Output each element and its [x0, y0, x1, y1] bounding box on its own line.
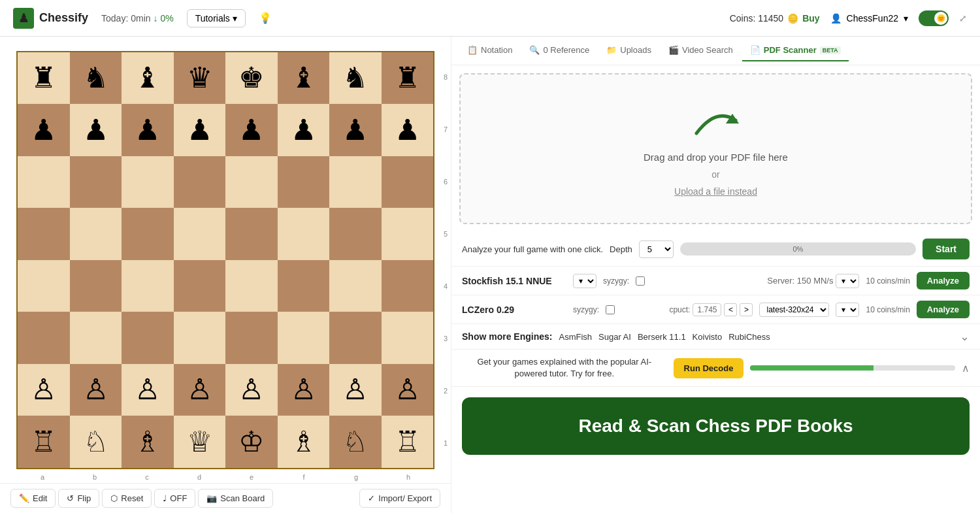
cell-6-2[interactable]: ♙ [122, 364, 174, 416]
cell-7-7[interactable]: ♖ [382, 416, 434, 468]
theme-toggle[interactable]: 🌞 [919, 10, 949, 26]
server-select[interactable]: ▾ [836, 274, 859, 288]
cell-3-1[interactable] [70, 208, 122, 260]
tutorials-button[interactable]: Tutorials ▾ [187, 9, 246, 27]
cell-3-2[interactable] [122, 208, 174, 260]
cell-5-3[interactable] [174, 312, 226, 364]
cell-3-0[interactable] [18, 208, 70, 260]
cell-5-2[interactable] [122, 312, 174, 364]
cell-1-5[interactable]: ♟ [278, 104, 330, 156]
cell-5-0[interactable] [18, 312, 70, 364]
cell-3-7[interactable] [382, 208, 434, 260]
cell-5-7[interactable] [382, 312, 434, 364]
cell-5-5[interactable] [278, 312, 330, 364]
cell-2-7[interactable] [382, 156, 434, 208]
cell-2-2[interactable] [122, 156, 174, 208]
cell-5-4[interactable] [225, 312, 278, 364]
cell-1-0[interactable]: ♟ [18, 104, 70, 156]
sound-button[interactable]: ♩ OFF [154, 489, 195, 508]
cell-4-4[interactable] [225, 260, 278, 312]
engine-sugar-ai[interactable]: Sugar AI [598, 332, 631, 342]
cell-7-4[interactable]: ♔ [225, 416, 278, 468]
cell-5-6[interactable] [329, 312, 382, 364]
tab-video-search[interactable]: 🎬 Video Search [661, 40, 741, 61]
engine-berserk[interactable]: Berserk 11.1 [638, 332, 686, 342]
cell-1-3[interactable]: ♟ [174, 104, 226, 156]
depth-select[interactable]: 5 10 15 20 [639, 240, 674, 258]
reset-button[interactable]: ⬡ Reset [102, 489, 152, 508]
engine-asmfish[interactable]: AsmFish [559, 332, 592, 342]
cell-5-1[interactable] [70, 312, 122, 364]
cell-2-0[interactable] [18, 156, 70, 208]
scan-board-button[interactable]: 📷 Scan Board [198, 489, 273, 508]
cell-3-3[interactable] [174, 208, 226, 260]
cell-3-6[interactable] [329, 208, 382, 260]
stockfish-syzygy-checkbox[interactable] [636, 276, 645, 286]
cell-2-4[interactable] [225, 156, 278, 208]
drop-zone[interactable]: Drag and drop your PDF file here or Uplo… [459, 73, 972, 224]
cell-3-5[interactable] [278, 208, 330, 260]
cell-4-0[interactable] [18, 260, 70, 312]
cell-2-1[interactable] [70, 156, 122, 208]
cell-6-6[interactable]: ♙ [329, 364, 382, 416]
cell-2-6[interactable] [329, 156, 382, 208]
cpuct-decrement-button[interactable]: < [724, 303, 737, 316]
cell-0-2[interactable]: ♝ [122, 52, 174, 105]
expand-icon[interactable]: ⤢ [959, 13, 967, 24]
collapse-icon[interactable]: ∧ [962, 362, 970, 374]
user-info[interactable]: 👤 ChessFun22 ▾ [830, 13, 908, 24]
cell-4-6[interactable] [329, 260, 382, 312]
cell-1-7[interactable]: ♟ [382, 104, 434, 156]
cell-0-6[interactable]: ♞ [329, 52, 382, 105]
cell-3-4[interactable] [225, 208, 278, 260]
cell-0-5[interactable]: ♝ [278, 52, 330, 105]
lczero-model-chevron[interactable]: ▾ [836, 303, 859, 317]
cell-6-7[interactable]: ♙ [382, 364, 434, 416]
cell-2-3[interactable] [174, 156, 226, 208]
cell-4-2[interactable] [122, 260, 174, 312]
cell-6-1[interactable]: ♙ [70, 364, 122, 416]
cell-4-1[interactable] [70, 260, 122, 312]
cell-2-5[interactable] [278, 156, 330, 208]
upload-link[interactable]: Upload a file instead [674, 186, 757, 197]
expand-engines-button[interactable]: ⌄ [960, 329, 970, 344]
cell-0-4[interactable]: ♚ [225, 52, 278, 105]
stockfish-analyze-button[interactable]: Analyze [917, 272, 970, 290]
cell-6-4[interactable]: ♙ [225, 364, 278, 416]
buy-button[interactable]: Buy [802, 13, 819, 24]
cell-7-1[interactable]: ♘ [70, 416, 122, 468]
cell-0-7[interactable]: ♜ [382, 52, 434, 105]
run-decode-button[interactable]: Run Decode [674, 358, 744, 378]
cell-1-2[interactable]: ♟ [122, 104, 174, 156]
edit-button[interactable]: ✏️ Edit [10, 489, 56, 508]
engine-rubichess[interactable]: RubiChess [728, 332, 770, 342]
lczero-model-select[interactable]: latest-320x24 [759, 303, 829, 317]
cell-1-1[interactable]: ♟ [70, 104, 122, 156]
lczero-syzygy-checkbox[interactable] [606, 305, 615, 314]
cell-6-0[interactable]: ♙ [18, 364, 70, 416]
tab-reference[interactable]: 🔍 0 Reference [521, 40, 597, 61]
cell-0-3[interactable]: ♛ [174, 52, 226, 105]
tab-pdf-scanner[interactable]: 📄 PDF Scanner beta [742, 40, 849, 61]
cell-7-0[interactable]: ♖ [18, 416, 70, 468]
cell-1-6[interactable]: ♟ [329, 104, 382, 156]
import-export-button[interactable]: ✓ Import/ Export [359, 489, 440, 508]
cell-4-3[interactable] [174, 260, 226, 312]
tab-notation[interactable]: 📋 Notation [459, 40, 520, 61]
cell-1-4[interactable]: ♟ [225, 104, 278, 156]
engine-koivisto[interactable]: Koivisto [693, 332, 723, 342]
cell-6-5[interactable]: ♙ [278, 364, 330, 416]
cell-4-5[interactable] [278, 260, 330, 312]
big-cta[interactable]: Read & Scan Chess PDF Books [462, 397, 970, 455]
cell-0-1[interactable]: ♞ [70, 52, 122, 105]
flip-button[interactable]: ↺ Flip [58, 489, 99, 508]
logo[interactable]: ♟ Chessify [13, 8, 88, 29]
tab-uploads[interactable]: 📁 Uploads [598, 40, 659, 61]
chess-board[interactable]: ♜♞♝♛♚♝♞♜♟♟♟♟♟♟♟♟♙♙♙♙♙♙♙♙♖♘♗♕♔♗♘♖ [16, 51, 434, 469]
cell-0-0[interactable]: ♜ [18, 52, 70, 105]
stockfish-version-select[interactable]: ▾ [573, 274, 596, 288]
start-button[interactable]: Start [923, 239, 970, 259]
cell-4-7[interactable] [382, 260, 434, 312]
cell-7-5[interactable]: ♗ [278, 416, 330, 468]
cell-6-3[interactable]: ♙ [174, 364, 226, 416]
